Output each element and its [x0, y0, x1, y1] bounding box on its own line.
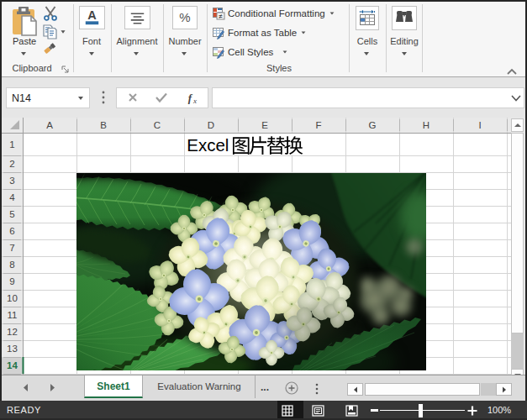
svg-text:Excel: Excel	[187, 135, 229, 155]
svg-text:14: 14	[7, 360, 18, 370]
svg-text:3: 3	[9, 176, 14, 186]
svg-text:I: I	[478, 120, 481, 130]
svg-text:8: 8	[9, 260, 14, 270]
svg-text:F: F	[315, 120, 321, 130]
svg-text:6: 6	[9, 226, 14, 236]
svg-text:x: x	[192, 97, 197, 105]
svg-text:G: G	[369, 120, 377, 130]
svg-text:11: 11	[8, 310, 18, 320]
svg-text:2: 2	[9, 159, 14, 169]
svg-text:A: A	[87, 8, 97, 22]
svg-text:5: 5	[9, 209, 14, 219]
svg-text:1: 1	[9, 139, 14, 150]
svg-text:10: 10	[7, 293, 18, 303]
svg-text:H: H	[423, 120, 430, 130]
svg-text:C: C	[154, 120, 161, 130]
svg-text:12: 12	[7, 327, 18, 337]
svg-text:7: 7	[9, 243, 14, 253]
svg-text:%: %	[179, 10, 190, 24]
svg-text:A: A	[46, 120, 53, 130]
svg-text:B: B	[100, 120, 107, 130]
svg-text:≠: ≠	[219, 13, 223, 20]
svg-text:f: f	[188, 92, 193, 104]
svg-text:E: E	[261, 120, 268, 130]
svg-text:9: 9	[9, 276, 14, 286]
svg-text:D: D	[208, 120, 214, 130]
svg-text:4: 4	[9, 192, 15, 202]
svg-text:13: 13	[7, 344, 18, 354]
